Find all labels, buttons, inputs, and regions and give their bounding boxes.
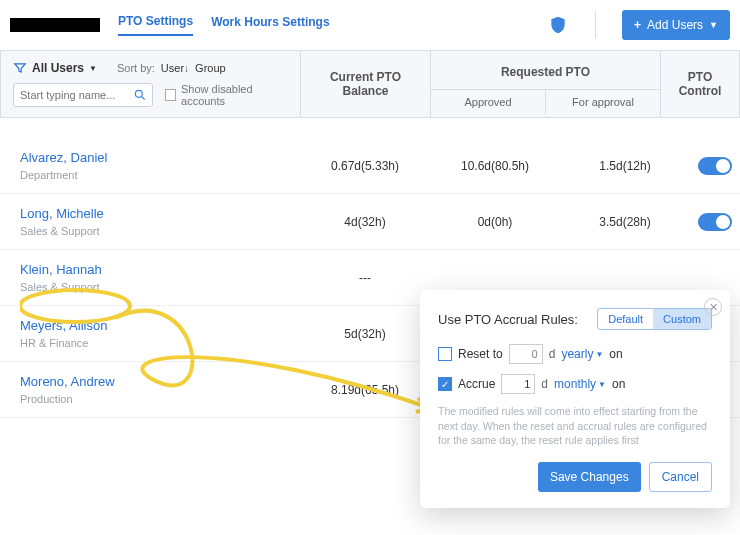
user-department: Production <box>20 393 300 405</box>
user-name-link[interactable]: Moreno, Andrew <box>20 374 300 389</box>
pto-control-toggle[interactable] <box>698 213 732 231</box>
reset-freq-select[interactable]: yearly ▼ <box>561 347 603 361</box>
triangle-down-icon: ▼ <box>598 380 606 389</box>
header-pto-control: PTO Control <box>661 51 739 117</box>
funnel-icon <box>13 61 27 75</box>
divider <box>595 11 596 39</box>
rules-segment: Default Custom <box>597 308 712 330</box>
all-users-filter[interactable]: All Users ▼ <box>13 61 97 75</box>
arrow-down-icon: ↓ <box>184 63 189 74</box>
accrue-checkbox[interactable]: ✓ <box>438 377 452 391</box>
reset-on: on <box>609 347 622 361</box>
for-approval-cell: 3.5d(28h) <box>560 215 690 229</box>
show-disabled-label: Show disabled accounts <box>181 83 288 107</box>
popup-title: Use PTO Accrual Rules: <box>438 312 578 327</box>
save-changes-button[interactable]: Save Changes <box>538 462 641 492</box>
user-department: Sales & Support <box>20 225 300 237</box>
header-approved: Approved <box>431 90 546 114</box>
reset-label: Reset to <box>458 347 503 361</box>
accrue-label: Accrue <box>458 377 495 391</box>
reset-rule: Reset to d yearly ▼ on <box>438 344 712 364</box>
accrual-rules-popup: ✕ Use PTO Accrual Rules: Default Custom … <box>420 290 730 508</box>
popup-note: The modified rules will come into effect… <box>438 404 712 448</box>
table-row: Long, MichelleSales & Support4d(32h)0d(0… <box>0 194 740 250</box>
user-department: Sales & Support <box>20 281 300 293</box>
balance-cell: 4d(32h) <box>300 215 430 229</box>
user-name-link[interactable]: Klein, Hannah <box>20 262 300 277</box>
caret-down-icon: ▼ <box>89 64 97 73</box>
add-users-label: Add Users <box>647 18 703 32</box>
search-input[interactable] <box>13 83 153 107</box>
user-department: Department <box>20 169 300 181</box>
all-users-label: All Users <box>32 61 84 75</box>
balance-cell: --- <box>300 271 430 285</box>
top-bar: PTO Settings Work Hours Settings + Add U… <box>0 0 740 40</box>
reset-checkbox[interactable] <box>438 347 452 361</box>
chevron-down-icon: ▼ <box>709 20 718 30</box>
filter-bar: All Users ▼ Sort by: User↓ Group Show di… <box>0 50 740 118</box>
add-users-button[interactable]: + Add Users ▼ <box>622 10 730 40</box>
header-for-approval: For approval <box>546 90 660 114</box>
segment-custom[interactable]: Custom <box>653 309 711 329</box>
approved-cell: 0d(0h) <box>430 215 560 229</box>
accrue-value-input[interactable] <box>501 374 535 394</box>
reset-value-input[interactable] <box>509 344 543 364</box>
accrue-freq-select[interactable]: monthly ▼ <box>554 377 606 391</box>
accrue-rule: ✓ Accrue d monthly ▼ on <box>438 374 712 394</box>
accrue-unit: d <box>541 377 548 391</box>
table-row: Alvarez, DanielDepartment0.67d(5.33h)10.… <box>0 138 740 194</box>
sort-group[interactable]: Group <box>195 62 226 74</box>
sort-label: Sort by: <box>117 62 155 74</box>
balance-cell: 0.67d(5.33h) <box>300 159 430 173</box>
sort-user[interactable]: User↓ <box>161 62 189 74</box>
tab-work-hours-settings[interactable]: Work Hours Settings <box>211 15 329 35</box>
search-icon[interactable] <box>133 88 147 105</box>
plus-icon: + <box>634 18 641 32</box>
segment-default[interactable]: Default <box>598 309 653 329</box>
user-name-link[interactable]: Alvarez, Daniel <box>20 150 300 165</box>
pto-control-toggle[interactable] <box>698 157 732 175</box>
shield-icon[interactable] <box>547 14 569 36</box>
balance-cell: 8.19d(65.5h) <box>300 383 430 397</box>
tab-pto-settings[interactable]: PTO Settings <box>118 14 193 36</box>
for-approval-cell: 1.5d(12h) <box>560 159 690 173</box>
approved-cell: 10.6d(80.5h) <box>430 159 560 173</box>
cancel-button[interactable]: Cancel <box>649 462 712 492</box>
close-icon[interactable]: ✕ <box>704 298 722 316</box>
show-disabled-checkbox[interactable] <box>165 89 176 101</box>
redacted-block <box>10 18 100 32</box>
user-name-link[interactable]: Meyers, Allison <box>20 318 300 333</box>
header-requested-pto: Requested PTO <box>431 55 660 90</box>
balance-cell: 5d(32h) <box>300 327 430 341</box>
svg-point-0 <box>135 90 142 97</box>
triangle-down-icon: ▼ <box>595 350 603 359</box>
sort-by: Sort by: User↓ Group <box>117 62 226 74</box>
header-current-balance: Current PTO Balance <box>301 51 431 117</box>
user-name-link[interactable]: Long, Michelle <box>20 206 300 221</box>
svg-line-1 <box>142 97 145 100</box>
accrue-on: on <box>612 377 625 391</box>
user-department: HR & Finance <box>20 337 300 349</box>
reset-unit: d <box>549 347 556 361</box>
